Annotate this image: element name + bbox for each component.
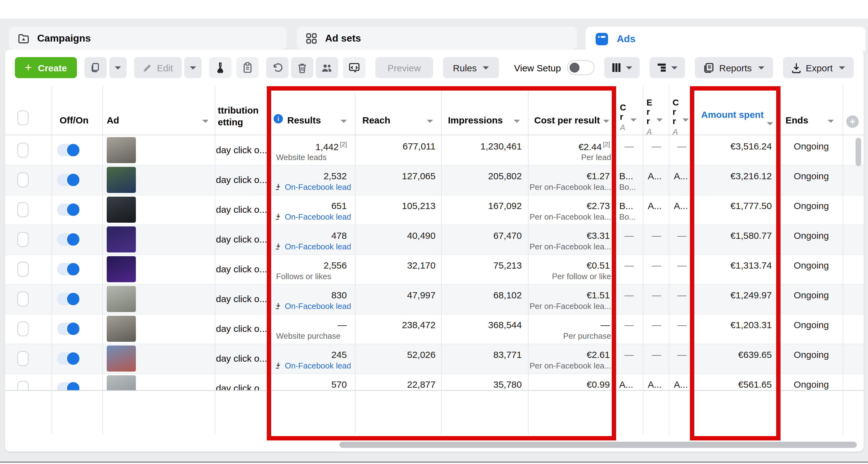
ad-thumbnail[interactable] [107, 256, 136, 282]
view-setup-toggle[interactable] [567, 60, 594, 75]
column-header-narrow-3[interactable]: C r r [673, 98, 679, 126]
add-column-button[interactable]: + [846, 115, 859, 128]
results-type-label[interactable]: On-Facebook leads [285, 361, 350, 370]
ad-status-toggle[interactable] [57, 352, 80, 365]
row-checkbox[interactable] [18, 262, 29, 277]
plus-icon: + [25, 61, 32, 74]
results-type-link[interactable]: On-Facebook leads [275, 242, 350, 251]
column-header-narrow-2[interactable]: E r r [647, 98, 653, 126]
columns-button[interactable] [604, 57, 640, 78]
results-type-link[interactable]: On-Facebook leads [275, 302, 350, 311]
table-row: day click o...478On-Facebook leads40,490… [5, 224, 864, 254]
ad-status-toggle[interactable] [57, 144, 80, 156]
results-type-link[interactable]: On-Facebook leads [275, 182, 350, 192]
reports-button[interactable]: Reports [695, 57, 773, 78]
results-info-icon[interactable]: i [274, 114, 283, 123]
narrow-cell-1: — [616, 230, 643, 241]
column-header-off-on[interactable]: Off/On [60, 115, 88, 125]
tab-ad-sets[interactable]: Ad sets [297, 27, 577, 50]
edit-menu-button[interactable] [184, 57, 202, 78]
results-type-label[interactable]: On-Facebook leads [285, 182, 350, 192]
horizontal-scrollbar[interactable] [339, 442, 857, 448]
cost-value: €1.27 [587, 171, 610, 181]
row-checkbox[interactable] [18, 291, 29, 306]
results-sort-caret-icon[interactable] [341, 120, 347, 126]
audiences-people-icon-button[interactable] [315, 57, 338, 78]
ad-thumbnail[interactable] [107, 286, 136, 312]
results-type-label[interactable]: On-Facebook leads [285, 212, 350, 221]
results-type-link[interactable]: On-Facebook leads [275, 212, 350, 221]
amount-spent-sort-caret-icon[interactable] [767, 122, 773, 128]
ad-status-toggle[interactable] [57, 174, 80, 186]
results-type-link[interactable]: On-Facebook leads [275, 361, 350, 370]
ad-sort-caret-icon[interactable] [202, 120, 209, 126]
pixel-events-icon-button[interactable] [343, 57, 365, 78]
results-value: 2,532 [323, 171, 347, 181]
ad-thumbnail[interactable] [107, 226, 136, 252]
row-checkbox[interactable] [18, 143, 29, 158]
narrow-1-caret-icon[interactable] [630, 119, 637, 125]
results-type-label[interactable]: On-Facebook leads [285, 242, 350, 251]
ads-icon [594, 31, 609, 46]
row-checkbox[interactable] [18, 202, 29, 217]
table-row: day click o...2,532On-Facebook leads127,… [5, 165, 864, 195]
vertical-scrollbar[interactable] [856, 138, 861, 166]
column-header-impressions[interactable]: Impressions [448, 115, 503, 125]
cost-value: €1.51 [587, 290, 610, 300]
results-type-label[interactable]: On-Facebook leads [285, 302, 350, 311]
tab-campaigns-label: Campaigns [37, 33, 91, 44]
select-all-checkbox[interactable] [18, 111, 29, 125]
tab-ads[interactable]: Ads [586, 27, 866, 51]
ad-thumbnail[interactable] [107, 167, 136, 193]
column-header-cost-per-result[interactable]: Cost per result [534, 115, 600, 125]
attribution-setting-cell: day click o... [216, 314, 268, 344]
ab-test-flask-icon-button[interactable] [209, 57, 231, 78]
column-header-reach[interactable]: Reach [362, 115, 390, 125]
preview-button[interactable]: Preview [375, 57, 433, 78]
row-checkbox[interactable] [18, 321, 29, 336]
column-header-attribution-setting[interactable]: ttribution etting [218, 104, 259, 128]
create-button[interactable]: + Create [15, 57, 77, 78]
narrow-2-caret-icon[interactable] [656, 119, 663, 125]
toggle-knob [66, 292, 80, 306]
column-header-amount-spent[interactable]: Amount spent [701, 109, 764, 120]
ad-thumbnail[interactable] [107, 345, 136, 372]
ad-status-toggle[interactable] [57, 233, 80, 246]
cost-value[interactable]: €2.44 [579, 142, 602, 152]
export-button[interactable]: Export [783, 57, 854, 78]
reach-sort-caret-icon[interactable] [427, 120, 433, 126]
row-checkbox[interactable] [18, 173, 29, 187]
ad-thumbnail[interactable] [107, 316, 136, 342]
ad-thumbnail[interactable] [107, 137, 136, 163]
duplicate-menu-button[interactable] [109, 57, 127, 78]
column-header-narrow-1[interactable]: C r [620, 103, 626, 122]
narrow-cell-2: — [644, 260, 669, 271]
ad-status-toggle[interactable] [57, 293, 80, 305]
tab-campaigns[interactable]: Campaigns [9, 27, 287, 50]
ends-sort-caret-icon[interactable] [828, 120, 834, 126]
rules-button[interactable]: Rules [443, 57, 499, 78]
row-checkbox[interactable] [18, 232, 29, 247]
edit-button[interactable]: Edit [134, 57, 182, 78]
cost-sort-caret-icon[interactable] [603, 120, 609, 126]
delete-trash-icon-button[interactable] [291, 57, 313, 78]
ad-thumbnail[interactable] [107, 197, 136, 223]
column-header-ends[interactable]: Ends [785, 115, 808, 125]
clipboard-icon-button[interactable] [236, 57, 258, 78]
impressions-cell: 368,544 [441, 319, 522, 330]
undo-icon-button[interactable] [266, 57, 288, 78]
narrow-3-caret-icon[interactable] [682, 119, 689, 125]
cost-per-result-cell: €0.99 [528, 379, 610, 390]
duplicate-button[interactable] [84, 57, 107, 78]
create-label: Create [38, 62, 67, 73]
ad-status-toggle[interactable] [57, 322, 80, 335]
breakdown-button[interactable] [650, 57, 685, 78]
column-header-ad[interactable]: Ad [107, 115, 119, 125]
results-value[interactable]: 1,442 [315, 142, 339, 152]
toggle-knob [66, 352, 80, 365]
row-checkbox[interactable] [18, 351, 29, 366]
column-header-results[interactable]: Results [287, 115, 321, 125]
ad-status-toggle[interactable] [57, 263, 80, 275]
impressions-sort-caret-icon[interactable] [514, 120, 520, 126]
ad-status-toggle[interactable] [57, 204, 80, 216]
